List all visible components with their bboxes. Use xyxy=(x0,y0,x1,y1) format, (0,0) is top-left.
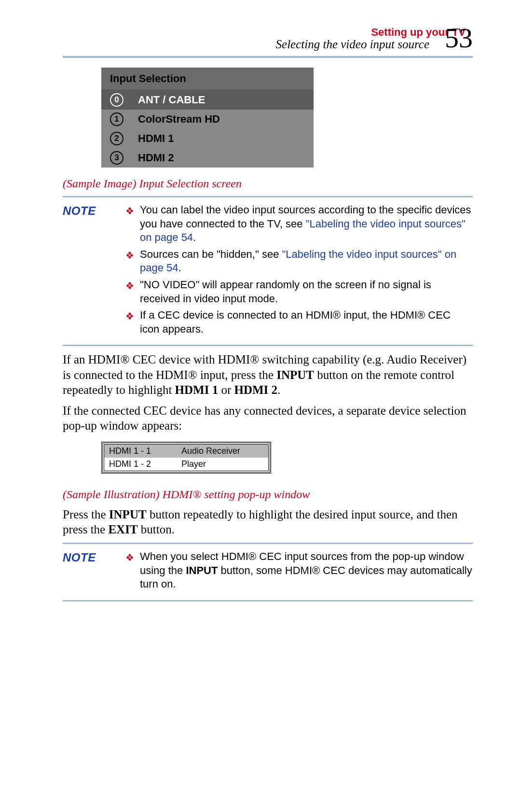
input-number-icon: 0 xyxy=(110,93,123,107)
popup-port: HDMI 1 - 2 xyxy=(104,458,177,471)
popup-device: Player xyxy=(177,458,268,471)
diamond-bullet-icon: ❖ xyxy=(125,551,134,564)
note-bullet: ❖ If a CEC device is connected to an HDM… xyxy=(125,308,473,336)
divider xyxy=(63,600,473,602)
input-label: HDMI 1 xyxy=(138,132,174,145)
note-block: NOTE ❖ You can label the video input sou… xyxy=(63,203,473,339)
popup-row: HDMI 1 - 1 Audio Receiver xyxy=(104,445,268,458)
page-header: Setting up your TV 53 Selecting the vide… xyxy=(63,24,473,51)
figure-caption: (Sample Image) Input Selection screen xyxy=(63,177,473,190)
input-selection-screen: Input Selection 0 ANT / CABLE 1 ColorStr… xyxy=(101,68,314,168)
note-bullet: ❖ "NO VIDEO" will appear randomly on the… xyxy=(125,278,473,306)
divider xyxy=(63,196,473,197)
divider xyxy=(63,543,473,544)
note-text: If a CEC device is connected to an HDMI®… xyxy=(140,308,473,336)
popup-row: HDMI 1 - 2 Player xyxy=(104,458,268,471)
input-label: HDMI 2 xyxy=(138,152,174,164)
note-text: Sources can be "hidden," see "Labeling t… xyxy=(140,248,473,275)
diamond-bullet-icon: ❖ xyxy=(125,249,134,262)
note-text: When you select HDMI® CEC input sources … xyxy=(140,550,473,591)
popup-port: HDMI 1 - 1 xyxy=(104,445,177,458)
note-bullet: ❖ Sources can be "hidden," see "Labeling… xyxy=(125,248,473,275)
note-text: You can label the video input sources ac… xyxy=(140,203,473,245)
note-text: "NO VIDEO" will appear randomly on the s… xyxy=(140,278,473,306)
popup-device: Audio Receiver xyxy=(177,445,268,458)
note-label: NOTE xyxy=(63,203,125,218)
note-block: NOTE ❖ When you select HDMI® CEC input s… xyxy=(63,550,473,594)
input-item-colorstream: 1 ColorStream HD xyxy=(101,110,314,129)
input-item-hdmi1: 2 HDMI 1 xyxy=(101,129,314,148)
input-item-hdmi2: 3 HDMI 2 xyxy=(101,148,314,168)
section-title: Selecting the video input source xyxy=(63,38,429,51)
input-item-ant-cable: 0 ANT / CABLE xyxy=(101,90,314,110)
note-bullet: ❖ You can label the video input sources … xyxy=(125,203,473,245)
input-label: ANT / CABLE xyxy=(138,94,205,106)
input-number-icon: 1 xyxy=(110,112,123,126)
body-paragraph: If the connected CEC device has any conn… xyxy=(63,403,473,434)
input-number-icon: 3 xyxy=(110,151,123,165)
body-paragraph: Press the INPUT button repeatedly to hig… xyxy=(63,507,473,537)
input-selection-title: Input Selection xyxy=(101,68,314,90)
diamond-bullet-icon: ❖ xyxy=(125,205,134,217)
divider xyxy=(63,56,473,58)
note-label: NOTE xyxy=(63,550,125,565)
body-paragraph: If an HDMI® CEC device with HDMI® switch… xyxy=(63,352,473,397)
figure-caption: (Sample Illustration) HDMI® setting pop-… xyxy=(63,488,473,501)
page-number: 53 xyxy=(445,22,473,54)
diamond-bullet-icon: ❖ xyxy=(125,310,134,322)
hdmi-popup-window: HDMI 1 - 1 Audio Receiver HDMI 1 - 2 Pla… xyxy=(101,442,271,474)
divider xyxy=(63,345,473,346)
note-bullet: ❖ When you select HDMI® CEC input source… xyxy=(125,550,473,591)
diamond-bullet-icon: ❖ xyxy=(125,280,134,292)
input-number-icon: 2 xyxy=(110,132,123,145)
input-label: ColorStream HD xyxy=(138,113,220,126)
